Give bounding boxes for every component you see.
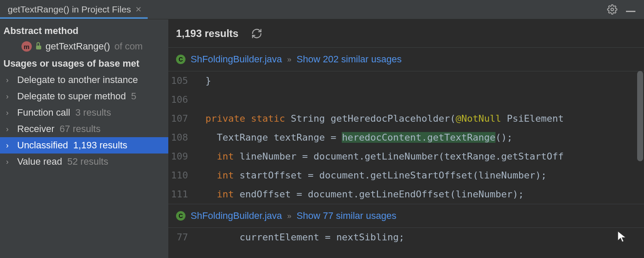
code-line[interactable]: 77 currentElement = nextSibling; <box>168 228 644 247</box>
search-tab[interactable]: getTextRange() in Project Files ✕ <box>0 0 148 19</box>
line-number: 106 <box>168 90 194 109</box>
toolbar-right <box>607 4 644 15</box>
line-number: 77 <box>168 228 194 247</box>
line-number: 111 <box>168 185 194 204</box>
usage-group-header[interactable]: CShFoldingBuilder.java»Show 77 similar u… <box>168 204 644 228</box>
code-line[interactable]: 110 int startOffset = document.getLineSt… <box>168 166 644 185</box>
section-usages: Usages or usages of base met <box>0 55 168 72</box>
code-text: private static String getHeredocPlacehol… <box>194 109 564 128</box>
svg-point-0 <box>611 8 614 11</box>
code-text: } <box>194 71 211 90</box>
usage-group-header[interactable]: CShFoldingBuilder.java»Show 202 similar … <box>168 48 644 71</box>
tab-title: getTextRange() in Project Files <box>8 4 131 15</box>
sidebar-item-label: Delegate to another instance <box>17 74 138 86</box>
code-preview[interactable]: 105 }106107 private static String getHer… <box>168 71 644 204</box>
chevron-double-icon: » <box>287 212 292 221</box>
tab-active-indicator <box>0 17 148 19</box>
code-text: int lineNumber = document.getLineNumber(… <box>194 147 564 166</box>
sidebar-item[interactable]: ›Delegate to super method5 <box>0 88 168 104</box>
lock-icon <box>36 43 41 49</box>
chevron-right-icon: › <box>6 92 12 101</box>
code-text: currentElement = nextSibling; <box>194 228 404 247</box>
line-number: 105 <box>168 71 194 90</box>
method-package-suffix: of com <box>114 41 143 52</box>
line-number: 110 <box>168 166 194 185</box>
preview-pane: 1,193 results CShFoldingBuilder.java»Sho… <box>168 19 644 258</box>
sidebar-item-count: 67 results <box>60 123 100 135</box>
chevron-right-icon: › <box>6 108 12 117</box>
sidebar-item[interactable]: ›Delegate to another instance <box>0 72 168 88</box>
close-icon[interactable]: ✕ <box>135 5 142 14</box>
file-link[interactable]: ShFoldingBuilder.java <box>191 54 282 65</box>
code-preview[interactable]: 77 currentElement = nextSibling; <box>168 228 644 247</box>
sidebar-item[interactable]: ›Receiver67 results <box>0 121 168 137</box>
usages-sidebar: Abstract method m getTextRange() of com … <box>0 19 168 258</box>
sidebar-item-label: Unclassified <box>17 140 68 151</box>
method-badge-icon: m <box>21 41 32 52</box>
method-name: getTextRange() <box>46 41 110 52</box>
sidebar-item-label: Value read <box>17 156 62 167</box>
code-line[interactable]: 109 int lineNumber = document.getLineNum… <box>168 147 644 166</box>
class-badge-icon: C <box>176 55 185 64</box>
method-signature-row[interactable]: m getTextRange() of com <box>0 39 168 55</box>
sidebar-item-label: Delegate to super method <box>17 91 126 102</box>
section-abstract-method: Abstract method <box>0 23 168 39</box>
show-similar-link[interactable]: Show 202 similar usages <box>297 54 402 65</box>
line-number: 109 <box>168 147 194 166</box>
results-count: 1,193 results <box>176 28 238 40</box>
sidebar-item[interactable]: ›Function call3 results <box>0 104 168 121</box>
main-area: Abstract method m getTextRange() of com … <box>0 19 644 258</box>
code-line[interactable]: 105 } <box>168 71 644 90</box>
sidebar-item-count: 52 results <box>67 156 108 167</box>
sidebar-item-count: 5 <box>131 91 136 102</box>
code-text: TextRange textRange = heredocContent.get… <box>194 128 513 147</box>
code-line[interactable]: 111 int endOffset = document.getLineEndO… <box>168 185 644 204</box>
file-link[interactable]: ShFoldingBuilder.java <box>191 210 282 221</box>
sidebar-item-count: 1,193 results <box>73 140 128 151</box>
chevron-double-icon: » <box>287 55 292 64</box>
line-number: 107 <box>168 109 194 128</box>
code-text: int endOffset = document.getLineEndOffse… <box>194 185 524 204</box>
refresh-icon[interactable] <box>251 28 262 39</box>
chevron-right-icon: › <box>6 76 12 85</box>
chevron-right-icon: › <box>6 157 12 166</box>
chevron-right-icon: › <box>6 125 12 134</box>
minimize-icon[interactable] <box>626 9 635 10</box>
gear-icon[interactable] <box>607 4 617 15</box>
line-number: 108 <box>168 128 194 147</box>
code-text: int startOffset = document.getLineStartO… <box>194 166 547 185</box>
scrollbar[interactable] <box>637 71 643 161</box>
chevron-right-icon: › <box>6 141 12 150</box>
sidebar-item[interactable]: ›Unclassified1,193 results <box>0 137 168 154</box>
code-line[interactable]: 106 <box>168 90 644 109</box>
title-bar: getTextRange() in Project Files ✕ <box>0 0 644 19</box>
code-line[interactable]: 107 private static String getHeredocPlac… <box>168 109 644 128</box>
show-similar-link[interactable]: Show 77 similar usages <box>297 210 396 221</box>
class-badge-icon: C <box>176 211 185 221</box>
sidebar-item-label: Receiver <box>17 123 55 135</box>
results-header: 1,193 results <box>168 19 644 48</box>
code-line[interactable]: 108 TextRange textRange = heredocContent… <box>168 128 644 147</box>
sidebar-item[interactable]: ›Value read52 results <box>0 154 168 170</box>
sidebar-item-count: 3 results <box>76 107 111 118</box>
sidebar-item-label: Function call <box>17 107 70 118</box>
